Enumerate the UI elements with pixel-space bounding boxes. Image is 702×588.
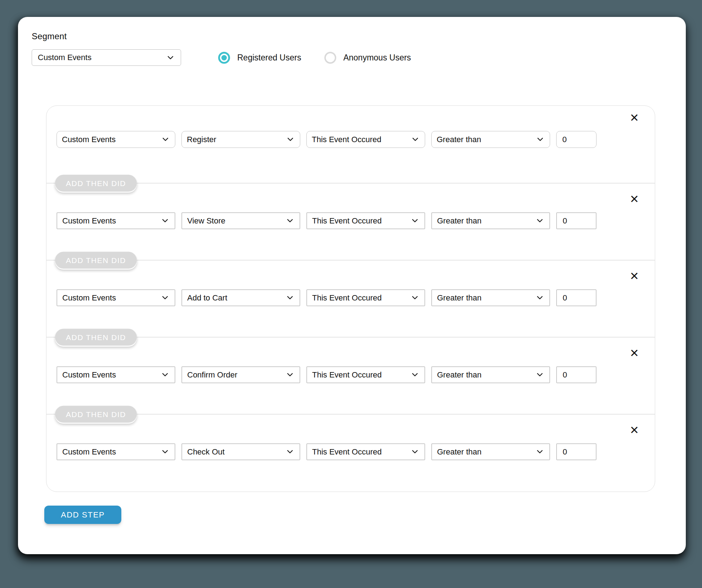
event-condition-value: This Event Occured	[312, 370, 382, 380]
count-input[interactable]	[556, 366, 597, 383]
chevron-down-icon	[287, 373, 293, 377]
add-then-did-button[interactable]: ADD THEN DID	[55, 175, 137, 192]
add-then-did-button[interactable]: ADD THEN DID	[55, 329, 137, 346]
radio-anonymous-users[interactable]: Anonymous Users	[324, 52, 411, 64]
operator-select[interactable]: Greater than	[431, 289, 550, 306]
operator-value: Greater than	[437, 370, 482, 380]
event-name-value: Add to Cart	[187, 293, 227, 303]
event-condition-select[interactable]: This Event Occured	[306, 443, 425, 460]
event-condition-value: This Event Occured	[312, 293, 382, 303]
event-source-value: Custom Events	[62, 293, 116, 303]
chevron-down-icon	[162, 296, 168, 300]
operator-value: Greater than	[437, 216, 482, 226]
event-name-value: View Store	[187, 216, 225, 226]
event-condition-value: This Event Occured	[312, 447, 382, 457]
chevron-down-icon	[412, 296, 418, 300]
operator-select[interactable]: Greater than	[431, 131, 550, 148]
segment-type-select[interactable]: Custom Events	[32, 49, 181, 66]
event-source-value: Custom Events	[62, 447, 116, 457]
step-row-1: ✕ Custom Events Register This Event Occu…	[46, 106, 655, 183]
event-source-select[interactable]: Custom Events	[57, 366, 175, 383]
segment-builder-panel: Segment Custom Events Registered Users A…	[18, 17, 686, 554]
event-source-value: Custom Events	[62, 135, 116, 144]
chevron-down-icon	[537, 450, 543, 454]
count-input[interactable]	[556, 443, 597, 460]
operator-value: Greater than	[437, 293, 482, 303]
chevron-down-icon	[537, 137, 543, 141]
close-icon[interactable]: ✕	[630, 425, 639, 436]
chevron-down-icon	[412, 373, 418, 377]
operator-value: Greater than	[437, 135, 481, 144]
event-condition-value: This Event Occured	[312, 135, 381, 144]
operator-select[interactable]: Greater than	[431, 212, 550, 229]
chevron-down-icon	[162, 219, 168, 223]
radio-anonymous-users-label: Anonymous Users	[343, 53, 411, 63]
add-then-did-button[interactable]: ADD THEN DID	[55, 406, 137, 423]
add-step-button[interactable]: ADD STEP	[44, 506, 121, 524]
event-name-select[interactable]: Add to Cart	[181, 289, 300, 306]
segment-label: Segment	[32, 31, 672, 41]
event-name-select[interactable]: View Store	[181, 212, 300, 229]
event-condition-select[interactable]: This Event Occured	[306, 366, 425, 383]
event-name-select[interactable]: Register	[181, 131, 300, 148]
event-name-value: Register	[187, 135, 216, 144]
close-icon[interactable]: ✕	[630, 271, 639, 282]
chevron-down-icon	[412, 219, 418, 223]
event-condition-select[interactable]: This Event Occured	[306, 212, 425, 229]
event-name-value: Check Out	[187, 447, 225, 457]
count-input[interactable]	[556, 212, 597, 229]
user-type-radio-group: Registered Users Anonymous Users	[218, 52, 411, 64]
chevron-down-icon	[412, 137, 418, 141]
steps-card: ✕ Custom Events Register This Event Occu…	[46, 105, 655, 492]
step-row-4: ADD THEN DID ✕ Custom Events Confirm Ord…	[46, 337, 655, 414]
event-name-select[interactable]: Check Out	[181, 443, 300, 460]
operator-select[interactable]: Greater than	[431, 443, 550, 460]
event-source-select[interactable]: Custom Events	[57, 212, 175, 229]
chevron-down-icon	[537, 373, 543, 377]
chevron-down-icon	[162, 137, 168, 141]
close-icon[interactable]: ✕	[630, 194, 639, 205]
event-source-select[interactable]: Custom Events	[57, 289, 175, 306]
chevron-down-icon	[287, 137, 293, 141]
chevron-down-icon	[287, 450, 293, 454]
chevron-down-icon	[162, 373, 168, 377]
step-row-3: ADD THEN DID ✕ Custom Events Add to Cart…	[46, 260, 655, 337]
chevron-down-icon	[287, 296, 293, 300]
operator-select[interactable]: Greater than	[431, 366, 550, 383]
chevron-down-icon	[412, 450, 418, 454]
event-name-value: Confirm Order	[187, 370, 237, 380]
radio-registered-users-label: Registered Users	[237, 53, 301, 63]
event-source-value: Custom Events	[62, 216, 116, 226]
chevron-down-icon	[167, 56, 174, 60]
close-icon[interactable]: ✕	[630, 348, 639, 359]
chevron-down-icon	[162, 450, 168, 454]
step-row-5: ADD THEN DID ✕ Custom Events Check Out T…	[46, 414, 655, 491]
count-input[interactable]	[556, 131, 597, 148]
step-row-2: ADD THEN DID ✕ Custom Events View Store …	[46, 183, 655, 260]
event-source-select[interactable]: Custom Events	[57, 131, 175, 148]
close-icon[interactable]: ✕	[630, 112, 639, 123]
chevron-down-icon	[287, 219, 293, 223]
segment-select-value: Custom Events	[38, 53, 91, 62]
radio-selected-icon	[218, 52, 230, 64]
count-input[interactable]	[556, 289, 597, 306]
add-then-did-button[interactable]: ADD THEN DID	[55, 252, 137, 269]
event-condition-select[interactable]: This Event Occured	[306, 131, 425, 148]
event-source-value: Custom Events	[62, 370, 116, 380]
event-condition-value: This Event Occured	[312, 216, 382, 226]
event-source-select[interactable]: Custom Events	[57, 443, 175, 460]
event-condition-select[interactable]: This Event Occured	[306, 289, 425, 306]
operator-value: Greater than	[437, 447, 482, 457]
chevron-down-icon	[537, 219, 543, 223]
radio-registered-users[interactable]: Registered Users	[218, 52, 301, 64]
header: Segment Custom Events Registered Users A…	[32, 31, 672, 66]
chevron-down-icon	[537, 296, 543, 300]
radio-unselected-icon	[324, 52, 336, 64]
event-name-select[interactable]: Confirm Order	[181, 366, 300, 383]
